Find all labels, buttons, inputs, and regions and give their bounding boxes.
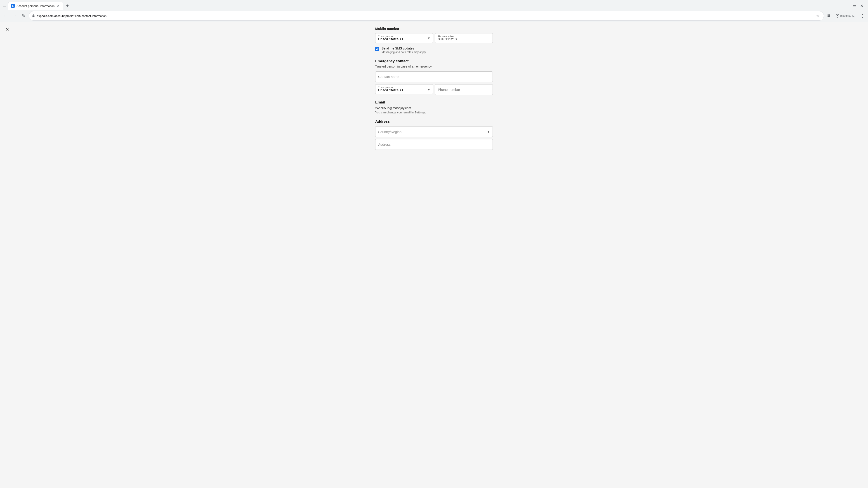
contact-name-input[interactable]: [375, 71, 493, 82]
forward-button[interactable]: →: [11, 12, 18, 20]
mobile-number-label: Mobile number: [375, 27, 493, 31]
email-note: You can change your email in Settings.: [375, 111, 493, 114]
incognito-button[interactable]: Incognito (2): [834, 13, 857, 19]
emergency-contact-section: Emergency contact Trusted person in case…: [375, 59, 493, 95]
lock-icon: [32, 14, 35, 18]
emergency-title: Emergency contact: [375, 59, 493, 63]
close-window-button[interactable]: ✕: [859, 3, 864, 8]
svg-rect-0: [828, 14, 829, 15]
window-controls: — ▭ ✕: [844, 3, 866, 8]
tab-bar: E Account personal information ✕ + — ▭ ✕: [0, 0, 868, 10]
bookmark-button[interactable]: ☆: [815, 13, 821, 19]
svg-point-5: [837, 15, 838, 16]
mobile-phone-number-field: Phone number: [435, 33, 493, 43]
svg-point-4: [836, 14, 839, 18]
tab-list-button[interactable]: [2, 3, 7, 8]
sms-main-text: Send me SMS updates: [381, 46, 427, 50]
sms-checkbox-row: Send me SMS updates Messaging and data r…: [375, 46, 493, 54]
restore-button[interactable]: ▭: [852, 3, 857, 8]
mobile-phone-input[interactable]: [435, 33, 493, 43]
page-content: ✕ Mobile number Country code United Stat…: [0, 22, 868, 488]
svg-rect-3: [829, 16, 830, 17]
minimize-button[interactable]: —: [844, 3, 850, 8]
incognito-label: Incognito (2): [840, 14, 855, 18]
address-section: Address ▼ Country/Region: [375, 120, 493, 150]
emergency-phone-field: [435, 84, 493, 95]
emergency-phone-fields: Country code United States +1 ▼: [375, 84, 493, 95]
tab-title: Account personal information: [17, 4, 55, 8]
address-bar-row: ← → ↻ expedia.com/account/profile?edit=c…: [0, 10, 868, 22]
mobile-country-code-field: Country code United States +1 ▼: [375, 33, 433, 43]
address-input[interactable]: [375, 139, 493, 150]
mobile-country-code-select[interactable]: United States +1: [375, 33, 433, 43]
form-container: Mobile number Country code United States…: [371, 27, 497, 150]
reload-button[interactable]: ↻: [20, 12, 27, 20]
mobile-number-fields: Country code United States +1 ▼ Phone nu…: [375, 33, 493, 43]
back-button[interactable]: ←: [2, 12, 9, 20]
address-bar-icons: ☆: [815, 13, 821, 19]
svg-rect-1: [829, 14, 830, 15]
emergency-phone-input[interactable]: [435, 84, 493, 95]
address-title: Address: [375, 120, 493, 124]
new-tab-button[interactable]: +: [64, 3, 70, 9]
svg-rect-2: [828, 16, 829, 17]
mobile-number-section: Mobile number Country code United States…: [375, 27, 493, 43]
country-region-wrapper: ▼ Country/Region: [375, 126, 493, 137]
email-title: Email: [375, 100, 493, 104]
browser-chrome: E Account personal information ✕ + — ▭ ✕…: [0, 0, 868, 22]
sms-sub-text: Messaging and data rates may apply.: [381, 51, 427, 54]
email-value: 24ee050e@moodjoy.com: [375, 106, 493, 110]
close-page-button[interactable]: ✕: [4, 26, 11, 33]
url-display: expedia.com/account/profile?edit=contact…: [37, 14, 813, 18]
emergency-subtitle: Trusted person in case of an emergency: [375, 65, 493, 68]
tab-favicon: E: [11, 4, 15, 8]
emergency-country-code-field: Country code United States +1 ▼: [375, 84, 433, 95]
sms-updates-checkbox[interactable]: [375, 47, 379, 51]
email-section: Email 24ee050e@moodjoy.com You can chang…: [375, 100, 493, 114]
sms-checkbox-label[interactable]: Send me SMS updates Messaging and data r…: [381, 46, 427, 54]
extension-button[interactable]: [826, 13, 832, 19]
sms-checkbox-wrapper: [375, 47, 379, 52]
tab-close-button[interactable]: ✕: [56, 4, 60, 8]
emergency-country-code-select[interactable]: United States +1: [375, 84, 433, 94]
address-bar[interactable]: expedia.com/account/profile?edit=contact…: [29, 11, 824, 21]
active-tab[interactable]: E Account personal information ✕: [8, 2, 63, 10]
close-icon: ✕: [5, 27, 9, 32]
chrome-menu-button[interactable]: ⋮: [859, 12, 866, 20]
country-region-select[interactable]: [375, 126, 493, 137]
